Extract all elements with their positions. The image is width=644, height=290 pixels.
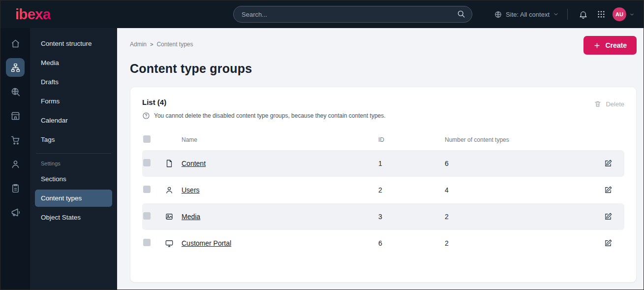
table-header: Name ID Number of content types <box>142 129 624 150</box>
sidebar-item-drafts[interactable]: Drafts <box>35 73 112 91</box>
row-checkbox[interactable] <box>143 212 151 220</box>
group-link[interactable]: Media <box>182 213 200 221</box>
breadcrumb-current: Content types <box>156 41 193 48</box>
image-icon <box>165 212 182 221</box>
divider <box>567 9 568 20</box>
group-id: 2 <box>378 186 445 194</box>
column-header-count: Number of content types <box>445 136 604 143</box>
sidebar-item-media[interactable]: Media <box>35 54 112 71</box>
group-link[interactable]: Customer Portal <box>182 239 231 247</box>
row-checkbox[interactable] <box>143 186 151 193</box>
sidebar-item-content-types[interactable]: Content types <box>35 190 112 207</box>
breadcrumb: Admin > Content types <box>130 41 193 48</box>
main-content: Admin > Content types Create Content typ… <box>117 28 644 290</box>
group-count: 6 <box>445 160 604 167</box>
edit-icon[interactable] <box>604 186 624 194</box>
create-button-label: Create <box>605 41 627 49</box>
group-link[interactable]: Content <box>182 160 206 167</box>
help-text: You cannot delete the disabled content t… <box>154 112 386 119</box>
search-input[interactable] <box>233 6 472 23</box>
menu-divider <box>36 153 111 154</box>
chevron-down-icon[interactable] <box>629 12 635 17</box>
logo: ibexa <box>0 6 117 23</box>
user-icon <box>165 186 182 194</box>
row-checkbox[interactable] <box>143 239 151 246</box>
monitor-icon <box>165 239 182 248</box>
admin-list-icon[interactable] <box>6 179 25 197</box>
global-search <box>233 6 472 23</box>
plus-icon <box>593 42 601 49</box>
chevron-down-icon <box>553 11 559 17</box>
column-header-id: ID <box>378 136 445 143</box>
group-count: 2 <box>445 239 604 247</box>
table-row: Users 2 4 <box>142 177 624 203</box>
sidebar-item-object-states[interactable]: Object States <box>35 209 112 226</box>
group-count: 4 <box>445 186 604 194</box>
globe-icon <box>494 10 502 19</box>
group-count: 2 <box>445 213 604 221</box>
table-row: Content 1 6 <box>142 150 624 177</box>
app-switcher-grid-icon[interactable] <box>594 7 608 21</box>
file-icon <box>165 159 182 168</box>
delete-button-label: Delete <box>606 100 624 108</box>
table-row: Customer Portal 6 2 <box>142 230 624 257</box>
column-header-name: Name <box>182 136 378 143</box>
top-right-controls: Site: All context AU <box>494 7 635 21</box>
page-title: Content type groups <box>130 62 637 76</box>
create-button[interactable]: Create <box>583 36 637 55</box>
group-id: 1 <box>378 160 445 167</box>
content-type-groups-card: List (4) You cannot delete the disabled … <box>130 87 637 283</box>
breadcrumb-separator: > <box>150 41 153 47</box>
cart-icon[interactable] <box>6 130 25 149</box>
select-all-checkbox[interactable] <box>143 135 151 143</box>
settings-section-label: Settings <box>35 159 112 170</box>
breadcrumb-admin[interactable]: Admin <box>130 41 147 48</box>
search-icon[interactable] <box>457 9 465 18</box>
storefront-icon[interactable] <box>6 106 25 125</box>
site-context-label: Site: All context <box>506 11 550 18</box>
group-link[interactable]: Users <box>182 186 200 194</box>
list-title: List (4) <box>142 98 386 106</box>
content-type-groups-table: Name ID Number of content types Content <box>142 129 624 257</box>
app-window: ibexa Site: All context <box>0 0 644 290</box>
group-id: 3 <box>378 213 445 221</box>
sidebar-item-tags[interactable]: Tags <box>35 131 112 148</box>
table-row: Media 3 2 <box>142 203 624 230</box>
edit-icon[interactable] <box>604 212 624 221</box>
notifications-bell-icon[interactable] <box>576 7 590 21</box>
megaphone-icon[interactable] <box>6 203 25 222</box>
sidebar-item-content-structure[interactable]: Content structure <box>35 35 112 52</box>
group-id: 6 <box>378 239 445 247</box>
content-tree-icon[interactable] <box>6 58 25 77</box>
edit-icon[interactable] <box>604 159 624 168</box>
sidebar-item-calendar[interactable]: Calendar <box>35 112 112 129</box>
edit-icon[interactable] <box>604 239 624 248</box>
search-globe-icon[interactable] <box>6 82 25 101</box>
delete-button[interactable]: Delete <box>594 100 624 108</box>
icon-rail <box>0 28 30 290</box>
home-icon[interactable] <box>6 34 25 53</box>
help-circle-icon <box>142 112 150 120</box>
top-bar: ibexa Site: All context <box>0 0 644 28</box>
row-checkbox[interactable] <box>143 159 151 166</box>
avatar[interactable]: AU <box>613 7 626 21</box>
personalization-icon[interactable] <box>6 155 25 173</box>
sidebar-menu: Content structure Media Drafts Forms Cal… <box>30 28 117 290</box>
trash-icon <box>594 100 602 108</box>
sidebar-item-sections[interactable]: Sections <box>35 170 112 188</box>
sidebar-item-forms[interactable]: Forms <box>35 93 112 110</box>
site-context-selector[interactable]: Site: All context <box>494 10 559 19</box>
ibexa-logo: ibexa <box>15 6 51 22</box>
